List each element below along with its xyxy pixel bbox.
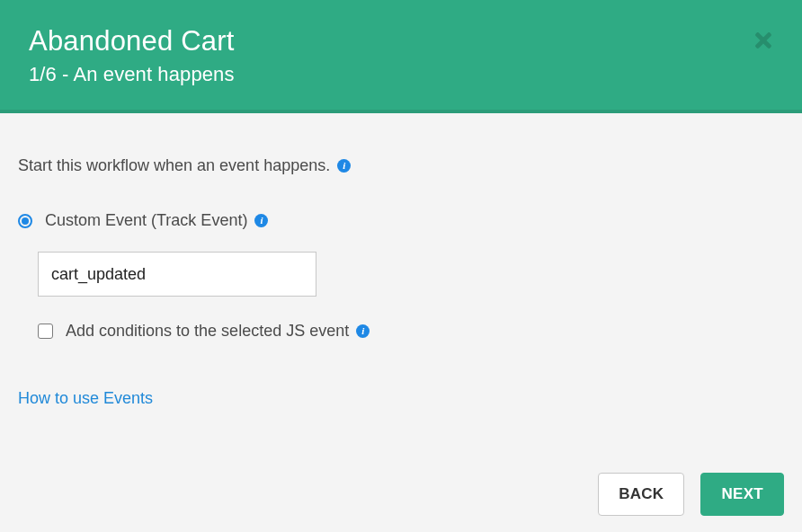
workflow-step-modal: Abandoned Cart 1/6 - An event happens St… [0, 0, 802, 532]
close-icon[interactable] [752, 29, 775, 52]
modal-body: Start this workflow when an event happen… [0, 113, 802, 532]
info-icon[interactable]: i [254, 214, 268, 227]
event-name-input[interactable] [38, 252, 316, 297]
custom-event-radio-label: Custom Event (Track Event) [45, 211, 247, 230]
back-button[interactable]: BACK [598, 473, 684, 516]
help-link[interactable]: How to use Events [18, 389, 153, 407]
info-icon[interactable]: i [356, 324, 370, 338]
intro-row: Start this workflow when an event happen… [18, 156, 784, 175]
custom-event-radio[interactable] [18, 214, 32, 228]
modal-subtitle: 1/6 - An event happens [29, 63, 773, 86]
next-button[interactable]: NEXT [700, 473, 784, 516]
modal-footer: BACK NEXT [598, 473, 784, 516]
add-conditions-checkbox[interactable] [38, 324, 53, 339]
event-input-wrapper [38, 252, 784, 297]
conditions-checkbox-row: Add conditions to the selected JS event … [38, 322, 784, 341]
modal-header: Abandoned Cart 1/6 - An event happens [0, 0, 802, 113]
intro-text: Start this workflow when an event happen… [18, 156, 330, 175]
event-type-radio-row: Custom Event (Track Event) i [18, 211, 784, 230]
modal-title: Abandoned Cart [29, 25, 773, 58]
info-icon[interactable]: i [337, 159, 351, 173]
add-conditions-label: Add conditions to the selected JS event [66, 322, 349, 341]
